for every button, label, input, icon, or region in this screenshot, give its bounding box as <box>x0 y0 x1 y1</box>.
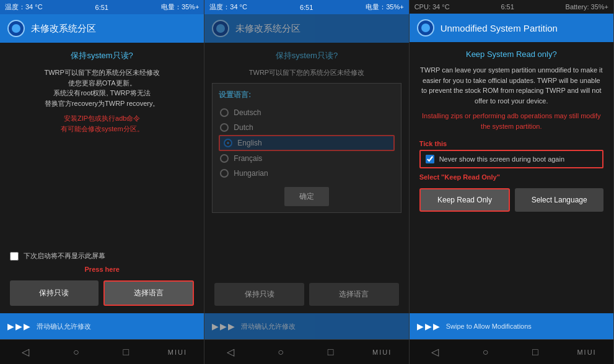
arrow-5: ▶ <box>220 321 227 331</box>
arrow-6: ▶ <box>228 321 235 331</box>
section-title-3: Keep System Read only? <box>419 50 603 59</box>
app-icon-2 <box>212 20 229 37</box>
status-bar-1: 温度：34 °C 6:51 电量：35%+ <box>0 0 204 14</box>
nav-recent-2[interactable]: □ <box>323 344 339 360</box>
nav-back-1[interactable]: ◁ <box>17 344 34 360</box>
tick-label: Tick this <box>419 140 603 147</box>
radio-hungarian <box>220 169 229 178</box>
warning-text-1: 安装ZIP包或执行adb命令有可能会修改system分区。 <box>10 113 194 134</box>
battery-1: 电量：35%+ <box>161 2 199 12</box>
battery-3: Battery: 35%+ <box>566 3 608 11</box>
swipe-arrows-2: ▶ ▶ ▶ <box>212 321 235 331</box>
temp-3: CPU: 34 °C <box>414 3 450 11</box>
screen-chinese-2: 温度：34 °C 6:51 电量：35%+ 未修改系统分区 保持system只读… <box>204 0 409 364</box>
time-1: 6:51 <box>95 4 108 11</box>
select-label: Select "Keep Read Only" <box>419 173 603 181</box>
lang-english[interactable]: English <box>219 135 394 151</box>
warning-text-3: Installing zips or performing adb operat… <box>419 111 603 131</box>
status-bar-2: 温度：34 °C 6:51 电量：35%+ <box>204 0 408 14</box>
lang-label-dutch: Dutch <box>234 123 253 132</box>
checkbox-row-1[interactable]: 下次启动将不再显示此屏幕 <box>10 246 194 266</box>
battery-2: 电量：35%+ <box>366 2 403 12</box>
status-bar-3: CPU: 34 °C 6:51 Battery: 35%+ <box>410 0 613 14</box>
nav-bar-2: ◁ ○ □ MIUI <box>204 339 408 364</box>
arrow-4: ▶ <box>212 321 219 331</box>
nav-back-2[interactable]: ◁ <box>222 344 239 360</box>
nav-home-3[interactable]: ○ <box>478 344 494 360</box>
language-dialog: 设置语言: Deutsch Dutch English Français <box>212 83 401 213</box>
select-language-btn-3[interactable]: Select Language <box>515 188 603 212</box>
lang-label-deutsch: Deutsch <box>234 108 261 117</box>
time-3: 6:51 <box>501 3 514 11</box>
lang-deutsch[interactable]: Deutsch <box>219 105 394 120</box>
keep-readonly-btn-3[interactable]: Keep Read Only <box>419 188 511 212</box>
body-text-1: TWRP可以留下您的系统分区未经修改使您更容易OTA更新。系统没有root权限,… <box>10 67 194 108</box>
radio-french <box>220 154 229 163</box>
section-title-1: 保持system只读? <box>10 50 194 61</box>
keep-readonly-btn-1[interactable]: 保持只读 <box>10 280 99 306</box>
radio-english <box>224 139 232 147</box>
lang-label-french: Français <box>234 154 262 163</box>
tick-section: Tick this Never show this screen during … <box>419 140 603 168</box>
lang-dutch[interactable]: Dutch <box>219 120 394 135</box>
content-3: Keep System Read only? TWRP can leave yo… <box>410 42 613 313</box>
swipe-text-2: 滑动确认允许修改 <box>241 322 296 331</box>
arrow-8: ▶ <box>425 321 432 331</box>
checkbox-label-3: Never show this screen during boot again <box>439 155 564 163</box>
app-icon-3 <box>417 19 434 37</box>
nav-bar-1: ◁ ○ □ MIUI <box>0 339 204 364</box>
title-2: 未修改系统分区 <box>235 23 300 35</box>
dialog-title: 设置语言: <box>219 90 394 100</box>
boot-checkbox-3[interactable] <box>426 155 434 163</box>
nav-bar-3: ◁ ○ □ MIUI <box>410 339 613 364</box>
nav-home-2[interactable]: ○ <box>273 344 289 360</box>
checkbox-highlighted[interactable]: Never show this screen during boot again <box>419 150 603 168</box>
boot-checkbox-1[interactable] <box>10 252 19 261</box>
miui-label-2: MIUI <box>372 349 392 356</box>
content-2: 保持system只读? TWRP可以留下您的系统分区未经修改 设置语言: Deu… <box>204 43 408 313</box>
screen-english: CPU: 34 °C 6:51 Battery: 35%+ Unmodified… <box>410 0 614 364</box>
nav-home-1[interactable]: ○ <box>68 344 84 360</box>
arrow-1: ▶ <box>7 321 14 331</box>
miui-label-1: MIUI <box>168 349 187 356</box>
checkbox-label-1: 下次启动将不再显示此屏幕 <box>24 251 105 261</box>
nav-recent-3[interactable]: □ <box>527 344 543 360</box>
temp-1: 温度：34 °C <box>5 2 43 12</box>
swipe-text-3: Swipe to Allow Modifications <box>446 323 532 330</box>
body-text-3: TWRP can leave your system partition unm… <box>419 65 603 106</box>
swipe-bar-2[interactable]: ▶ ▶ ▶ 滑动确认允许修改 <box>204 313 408 339</box>
app-icon-inner-2 <box>216 24 225 33</box>
app-icon-inner-1 <box>12 24 20 33</box>
arrow-2: ▶ <box>15 321 22 331</box>
radio-dutch <box>220 123 229 132</box>
swipe-bar-1[interactable]: ▶ ▶ ▶ 滑动确认允许修改 <box>0 313 204 339</box>
arrow-7: ▶ <box>417 321 424 331</box>
app-icon-inner-3 <box>421 24 430 32</box>
app-icon-1 <box>7 20 25 37</box>
screen-chinese-1: 温度：34 °C 6:51 电量：35%+ 未修改系统分区 保持system只读… <box>0 0 204 364</box>
swipe-arrows-3: ▶ ▶ ▶ <box>417 321 440 331</box>
section-title-2: 保持system只读? <box>214 50 398 61</box>
button-row-2: 保持只读 选择语言 <box>214 283 398 306</box>
content-1: 保持system只读? TWRP可以留下您的系统分区未经修改使您更容易OTA更新… <box>0 43 204 313</box>
arrow-3: ▶ <box>24 321 30 331</box>
nav-back-3[interactable]: ◁ <box>426 344 444 360</box>
keep-readonly-btn-2[interactable]: 保持只读 <box>214 283 304 306</box>
nav-recent-1[interactable]: □ <box>118 344 134 360</box>
body-text-2: TWRP可以留下您的系统分区未经修改 <box>214 67 398 78</box>
button-row-3: Keep Read Only Select Language <box>419 188 603 212</box>
select-language-btn-2[interactable]: 选择语言 <box>309 283 399 306</box>
press-here-label: Press here <box>10 266 194 273</box>
swipe-bar-3[interactable]: ▶ ▶ ▶ Swipe to Allow Modifications <box>410 313 613 339</box>
title-bar-2: 未修改系统分区 <box>204 14 408 43</box>
lang-french[interactable]: Français <box>219 151 394 166</box>
radio-deutsch <box>220 108 229 117</box>
lang-hungarian[interactable]: Hungarian <box>219 166 394 181</box>
title-3: Unmodified System Partition <box>441 23 558 33</box>
time-2: 6:51 <box>300 4 313 11</box>
arrow-9: ▶ <box>433 321 440 331</box>
title-bar-1: 未修改系统分区 <box>0 14 204 43</box>
confirm-btn[interactable]: 确定 <box>284 187 329 206</box>
select-language-btn-1[interactable]: 选择语言 <box>103 280 195 306</box>
lang-label-english: English <box>237 139 261 147</box>
